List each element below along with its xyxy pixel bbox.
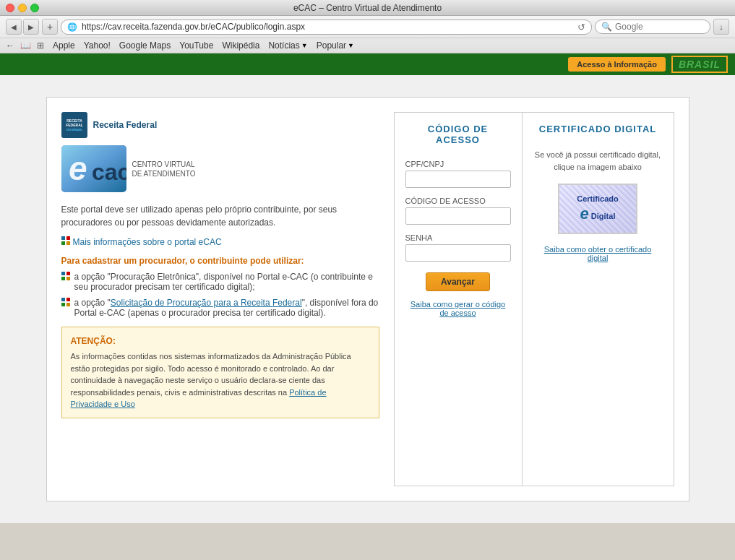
mais-info-link[interactable]: Mais informações sobre o portal eCAC — [61, 236, 379, 247]
certificado-digital-image[interactable]: Certificado e Digital — [558, 184, 637, 234]
ecac-logo: e cac CENTRO VIRTUAL DE ATENDIMENTO — [61, 145, 379, 192]
mais-info-label: Mais informações sobre o portal eCAC — [73, 237, 222, 247]
svg-rect-18 — [66, 303, 70, 306]
cert-e: e — [580, 204, 589, 223]
ecac-subtitle: CENTRO VIRTUAL DE ATENDIMENTO — [132, 160, 196, 178]
procurador-title: Para cadastrar um procurador, o contribu… — [61, 256, 379, 266]
nav-bar: ◀ ▶ + 🌐 https://cav.receita.fazenda.gov.… — [0, 16, 735, 38]
nav-buttons: ◀ ▶ — [6, 19, 39, 35]
bullet-item-2: a opção "Solicitação de Procuração para … — [61, 298, 379, 318]
svg-text:FEDERAL: FEDERAL — [66, 123, 83, 127]
back-icon[interactable]: ← — [6, 40, 14, 51]
cpf-cnpj-group: CPF/CNPJ — [405, 160, 511, 188]
bookmarks-bar: ← 📖 ⊞ Apple Yahoo! Google Maps YouTube W… — [0, 38, 735, 53]
bookmark-popular[interactable]: Popular ▼ — [317, 40, 354, 51]
page-background: RECEITA FEDERAL DO BRASIL Receita Federa… — [0, 75, 735, 523]
search-placeholder: Google — [615, 22, 643, 32]
svg-rect-8 — [66, 236, 70, 240]
minimize-button[interactable] — [18, 4, 27, 12]
maximize-button[interactable] — [30, 4, 39, 12]
left-panel: RECEITA FEDERAL DO BRASIL Receita Federa… — [61, 112, 379, 486]
svg-rect-13 — [61, 277, 65, 280]
codigo-acesso-input[interactable] — [405, 207, 511, 225]
noticias-chevron-icon: ▼ — [301, 42, 308, 49]
download-button[interactable]: ↓ — [713, 19, 729, 35]
svg-text:cac: cac — [92, 159, 126, 185]
codigo-acesso-group: CÓDIGO DE ACESSO — [405, 197, 511, 225]
back-button[interactable]: ◀ — [6, 19, 22, 35]
senha-input[interactable] — [405, 244, 511, 262]
codigo-acesso-panel: CÓDIGO DE ACESSO CPF/CNPJ CÓDIGO DE ACES… — [394, 112, 523, 486]
cpf-cnpj-label: CPF/CNPJ — [405, 160, 511, 168]
ecac-icon: e cac — [61, 145, 126, 192]
reading-list-icon[interactable]: 📖 — [20, 40, 31, 51]
browser-chrome: ◀ ▶ + 🌐 https://cav.receita.fazenda.gov.… — [0, 16, 735, 53]
bookmark-wikipedia[interactable]: Wikipédia — [222, 40, 259, 51]
svg-rect-10 — [66, 241, 70, 245]
bullet-text-2: a opção "Solicitação de Procuração para … — [74, 298, 379, 318]
traffic-lights — [6, 4, 39, 12]
mais-info-grid-icon — [61, 236, 70, 247]
search-bar[interactable]: 🔍 Google — [595, 20, 710, 34]
atencao-box: ATENÇÃO: As informações contidas nos sis… — [61, 327, 379, 418]
popular-chevron-icon: ▼ — [348, 42, 354, 49]
bullet-text-1: a opção "Procuração Eletrônica", disponí… — [74, 272, 379, 292]
url-text: https://cav.receita.fazenda.gov.br/eCAC/… — [82, 22, 573, 32]
receita-federal-label: Receita Federal — [93, 120, 158, 130]
cpf-cnpj-input[interactable] — [405, 171, 511, 188]
close-button[interactable] — [6, 4, 14, 12]
avancar-button[interactable]: Avançar — [426, 272, 490, 291]
bookmark-apple[interactable]: Apple — [53, 40, 75, 51]
window-title: eCAC – Centro Virtual de Atendimento — [293, 3, 442, 13]
solicitacao-link[interactable]: Solicitação de Procuração para a Receita… — [111, 298, 302, 308]
bullet-icon-2 — [61, 298, 70, 318]
bookmark-yahoo[interactable]: Yahoo! — [84, 40, 111, 51]
bookmark-icons: ← 📖 ⊞ — [6, 40, 44, 51]
svg-text:e: e — [69, 150, 87, 187]
main-container: RECEITA FEDERAL DO BRASIL Receita Federa… — [46, 97, 689, 501]
green-header: Acesso à Informação BRASIL — [0, 53, 735, 75]
brasil-logo: BRASIL — [671, 56, 728, 73]
atencao-title: ATENÇÃO: — [71, 335, 370, 348]
bookmark-noticias-label: Notícias — [268, 40, 299, 51]
bullet2-prefix: a opção " — [74, 298, 111, 308]
ecac-subtitle-line1: CENTRO VIRTUAL — [132, 160, 196, 169]
receita-federal-logo: RECEITA FEDERAL DO BRASIL Receita Federa… — [61, 112, 379, 138]
svg-rect-15 — [61, 298, 65, 301]
title-bar: eCAC – Centro Virtual de Atendimento — [0, 0, 735, 16]
acesso-info-button[interactable]: Acesso à Informação — [568, 57, 666, 72]
cert-description: Se você já possui certificado digital, c… — [533, 149, 663, 173]
gerar-codigo-link[interactable]: Saiba como gerar o código de acesso — [405, 300, 511, 317]
secure-icon: 🌐 — [67, 22, 77, 32]
cert-line1: Certificado — [577, 194, 618, 203]
certificado-digital-panel: CERTIFICADO DIGITAL Se você já possui ce… — [523, 112, 674, 486]
cert-panel-title: CERTIFICADO DIGITAL — [539, 124, 656, 134]
search-icon: 🔍 — [601, 22, 612, 32]
saiba-certificado-link[interactable]: Saiba como obter o certificado digital — [533, 245, 663, 262]
rf-icon: RECEITA FEDERAL DO BRASIL — [61, 112, 87, 138]
add-tab-button[interactable]: + — [42, 19, 58, 35]
bookmark-google-maps[interactable]: Google Maps — [119, 40, 171, 51]
bullet-item-1: a opção "Procuração Eletrônica", disponí… — [61, 272, 379, 292]
cert-line2: Digital — [591, 212, 616, 220]
url-bar[interactable]: 🌐 https://cav.receita.fazenda.gov.br/eCA… — [61, 20, 592, 35]
bullet-icon-1 — [61, 272, 70, 292]
bookmark-noticias[interactable]: Notícias ▼ — [268, 40, 307, 51]
svg-rect-17 — [61, 303, 65, 306]
senha-group: SENHA — [405, 233, 511, 262]
refresh-button[interactable]: ↺ — [577, 22, 585, 33]
codigo-acesso-label: CÓDIGO DE ACESSO — [405, 197, 511, 205]
svg-rect-11 — [61, 272, 65, 275]
brasil-label: BRASIL — [679, 59, 721, 70]
svg-rect-7 — [61, 236, 65, 240]
bookmark-youtube[interactable]: YouTube — [179, 40, 213, 51]
ecac-subtitle-line2: DE ATENDIMENTO — [132, 169, 196, 178]
senha-label: SENHA — [405, 233, 511, 242]
svg-rect-9 — [61, 241, 65, 245]
bookmark-popular-label: Popular — [317, 40, 346, 51]
forward-button[interactable]: ▶ — [23, 19, 39, 35]
svg-rect-12 — [66, 272, 70, 275]
svg-rect-16 — [66, 298, 70, 301]
grid-icon[interactable]: ⊞ — [37, 40, 44, 51]
cert-text: Certificado e Digital — [577, 194, 618, 225]
